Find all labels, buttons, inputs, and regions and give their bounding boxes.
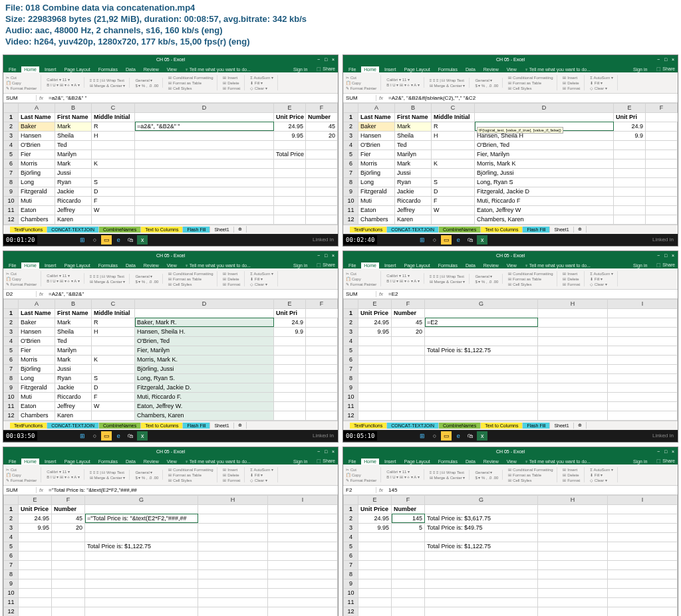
row-header[interactable]: 12 bbox=[344, 215, 358, 224]
cell[interactable] bbox=[358, 560, 392, 569]
cell[interactable]: R bbox=[92, 318, 135, 327]
row-header[interactable]: 5 bbox=[4, 150, 19, 159]
cell[interactable] bbox=[92, 411, 135, 420]
tell-me[interactable]: ♀ Tell me what you want to do... bbox=[182, 66, 253, 72]
ribbon-tab[interactable]: File bbox=[6, 262, 19, 268]
excel-icon[interactable]: x bbox=[137, 431, 148, 441]
cell[interactable] bbox=[392, 336, 425, 346]
ribbon-tab[interactable]: Home bbox=[21, 262, 39, 268]
search-icon[interactable]: ○ bbox=[429, 431, 440, 441]
col-header[interactable]: E bbox=[274, 299, 306, 308]
cell[interactable]: Jeffrey bbox=[395, 205, 432, 215]
cell[interactable] bbox=[52, 532, 85, 542]
ribbon-tab[interactable]: Review bbox=[141, 459, 162, 464]
cell[interactable]: K bbox=[432, 159, 475, 168]
row-header[interactable]: 7 bbox=[4, 560, 19, 569]
cell[interactable] bbox=[19, 579, 52, 588]
col-header[interactable]: F bbox=[306, 103, 338, 112]
col-header[interactable]: E bbox=[358, 299, 392, 308]
cell[interactable] bbox=[268, 569, 338, 579]
cell[interactable]: F bbox=[92, 196, 135, 205]
cell[interactable] bbox=[135, 205, 274, 215]
minimize-icon[interactable]: − bbox=[655, 57, 662, 62]
name-box[interactable]: SUM bbox=[3, 487, 37, 493]
cell[interactable] bbox=[19, 607, 52, 616]
cell[interactable] bbox=[306, 318, 338, 327]
cell[interactable] bbox=[538, 411, 608, 420]
store-icon[interactable]: 🛍 bbox=[465, 431, 476, 441]
share-button[interactable]: ⬚ Share bbox=[314, 458, 338, 464]
cell[interactable] bbox=[425, 579, 538, 588]
cell[interactable]: 145 bbox=[392, 514, 425, 523]
cell[interactable] bbox=[274, 177, 306, 187]
explorer-icon[interactable]: ▭ bbox=[441, 235, 452, 245]
cell[interactable]: D bbox=[432, 187, 475, 196]
cell[interactable] bbox=[614, 187, 646, 196]
close-icon[interactable]: × bbox=[670, 253, 676, 258]
ribbon-tab[interactable]: Review bbox=[141, 66, 162, 72]
cell[interactable] bbox=[358, 392, 392, 401]
cell[interactable]: Ryan bbox=[55, 373, 92, 383]
cell[interactable] bbox=[392, 401, 425, 411]
col-header[interactable]: F bbox=[392, 299, 425, 308]
cell[interactable] bbox=[306, 336, 338, 346]
cell[interactable]: Björling, Jussi bbox=[135, 364, 274, 373]
cell[interactable] bbox=[425, 607, 538, 616]
cell[interactable]: Jeffrey bbox=[55, 205, 92, 215]
cell[interactable] bbox=[268, 542, 338, 551]
row-header[interactable]: 8 bbox=[4, 177, 19, 187]
cell[interactable] bbox=[135, 140, 274, 150]
cell[interactable] bbox=[274, 392, 306, 401]
ribbon-tab[interactable]: Home bbox=[361, 66, 379, 72]
cell[interactable] bbox=[608, 318, 678, 327]
cell[interactable]: Fitzgerald bbox=[19, 383, 55, 392]
cell[interactable] bbox=[274, 346, 306, 355]
col-header[interactable]: F bbox=[646, 103, 678, 112]
cell[interactable] bbox=[425, 551, 538, 560]
name-box[interactable]: D2 bbox=[3, 291, 37, 297]
col-header[interactable]: G bbox=[85, 495, 198, 504]
cell[interactable]: Long, Ryan S. bbox=[135, 373, 274, 383]
ribbon-tab[interactable]: Insert bbox=[382, 262, 399, 268]
name-box[interactable]: SUM bbox=[3, 95, 37, 101]
row-header[interactable]: 3 bbox=[4, 327, 19, 336]
row-header[interactable]: 5 bbox=[4, 346, 19, 355]
cell[interactable]: Hansen bbox=[358, 131, 395, 140]
cell[interactable]: IF(logical_test, [value_if_true], [value… bbox=[475, 122, 614, 131]
cell[interactable]: Long bbox=[358, 177, 395, 187]
col-header[interactable]: D bbox=[135, 299, 274, 308]
cell[interactable]: Björling, Jussi bbox=[475, 168, 614, 177]
cell[interactable]: Marilyn bbox=[55, 346, 92, 355]
fx-icon[interactable]: fx bbox=[376, 487, 386, 493]
row-header[interactable]: 7 bbox=[344, 560, 358, 569]
cell[interactable]: Fier bbox=[19, 150, 55, 159]
cell[interactable]: W bbox=[92, 401, 135, 411]
cell[interactable] bbox=[646, 131, 678, 140]
cell[interactable] bbox=[614, 159, 646, 168]
row-header[interactable]: 2 bbox=[344, 514, 358, 523]
cell[interactable]: Mark bbox=[395, 122, 432, 131]
col-header[interactable]: A bbox=[19, 103, 55, 112]
cell[interactable]: =E2 bbox=[425, 318, 538, 327]
cell[interactable]: Hansen bbox=[19, 131, 55, 140]
cell[interactable]: Total Price is: $49.75 bbox=[425, 523, 538, 532]
cell[interactable] bbox=[608, 364, 678, 373]
cell[interactable] bbox=[92, 215, 135, 224]
cell[interactable] bbox=[52, 542, 85, 551]
windows-icon[interactable]: ⊞ bbox=[417, 431, 428, 441]
col-header[interactable]: E bbox=[19, 495, 52, 504]
row-header[interactable]: 10 bbox=[4, 196, 19, 205]
sheet-tab[interactable]: Flash Fill bbox=[183, 227, 210, 233]
cell[interactable]: Ted bbox=[55, 140, 92, 150]
sheet-tab[interactable]: CombineNames bbox=[439, 227, 481, 233]
cell[interactable] bbox=[425, 336, 538, 346]
cell[interactable] bbox=[608, 588, 678, 597]
cell[interactable] bbox=[274, 401, 306, 411]
row-header[interactable]: 5 bbox=[4, 542, 19, 551]
cell[interactable] bbox=[358, 355, 392, 364]
cell[interactable] bbox=[274, 187, 306, 196]
cell[interactable] bbox=[392, 579, 425, 588]
share-button[interactable]: ⬚ Share bbox=[654, 262, 678, 268]
cell[interactable] bbox=[608, 569, 678, 579]
row-header[interactable]: 1 bbox=[4, 112, 19, 122]
